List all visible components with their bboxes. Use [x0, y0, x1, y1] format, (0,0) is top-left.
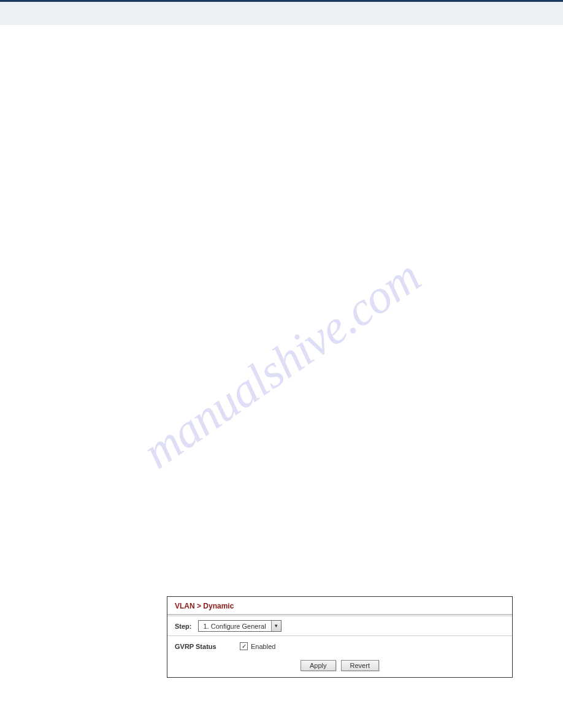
gvrp-status-row: GVRP Status ✓ Enabled [167, 636, 512, 653]
button-row: Apply Revert [167, 653, 512, 677]
vlan-dynamic-panel: VLAN > Dynamic Step: 1. Configure Genera… [167, 596, 513, 678]
step-select-value: 1. Configure General [199, 623, 271, 630]
step-row: Step: 1. Configure General ▼ [167, 616, 512, 636]
page-header-band [0, 2, 563, 25]
gvrp-enabled-checkbox[interactable]: ✓ Enabled [240, 642, 275, 650]
step-label: Step: [175, 623, 192, 630]
checkbox-icon: ✓ [240, 642, 248, 650]
checkbox-label: Enabled [251, 643, 275, 650]
gvrp-status-label: GVRP Status [175, 643, 240, 650]
apply-button[interactable]: Apply [301, 660, 336, 671]
chevron-down-icon: ▼ [271, 621, 281, 631]
step-select[interactable]: 1. Configure General ▼ [198, 620, 282, 632]
revert-button[interactable]: Revert [341, 660, 379, 671]
watermark-text: manualshive.com [133, 249, 431, 480]
panel-title: VLAN > Dynamic [167, 597, 512, 614]
